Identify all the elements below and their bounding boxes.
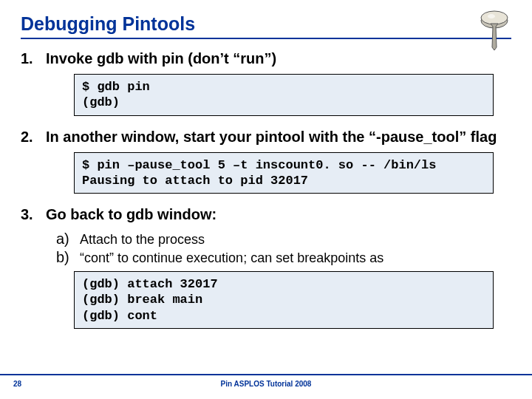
svg-point-2 <box>488 14 495 18</box>
step-text: In another window, start your pintool wi… <box>46 128 511 146</box>
step-2: 2. In another window, start your pintool… <box>21 128 511 194</box>
slide-footer: 28 Pin ASPLOS Tutorial 2008 <box>0 374 532 395</box>
step-text: Go back to gdb window: <box>46 205 511 224</box>
substep-text: “cont” to continue execution; can set br… <box>80 248 511 267</box>
step-number: 1. <box>21 50 46 68</box>
step-number: 3. <box>21 205 46 224</box>
code-block: (gdb) attach 32017 (gdb) break main (gdb… <box>74 271 494 329</box>
code-block: $ pin –pause_tool 5 –t inscount0. so -- … <box>74 152 494 194</box>
substep-letter: a) <box>56 230 80 248</box>
substeps-list: a) Attach to the process b) “cont” to co… <box>56 230 511 267</box>
pushpin-icon <box>474 7 514 52</box>
step-1: 1. Invoke gdb with pin (don’t “run”) $ g… <box>21 50 511 116</box>
step-number: 2. <box>21 128 46 146</box>
substep-a: a) Attach to the process <box>56 230 511 248</box>
substep-b: b) “cont” to continue execution; can set… <box>56 248 511 267</box>
steps-list: 1. Invoke gdb with pin (don’t “run”) $ g… <box>21 50 511 329</box>
substep-letter: b) <box>56 248 80 267</box>
step-text: Invoke gdb with pin (don’t “run”) <box>46 50 511 68</box>
code-block: $ gdb pin (gdb) <box>74 74 494 116</box>
slide: Debugging Pintools 1. Invoke gdb with pi… <box>0 0 532 399</box>
title-rule <box>21 38 511 39</box>
svg-point-1 <box>481 11 508 24</box>
slide-title: Debugging Pintools <box>21 13 511 35</box>
step-3: 3. Go back to gdb window: a) Attach to t… <box>21 205 511 329</box>
substep-text: Attach to the process <box>80 230 511 248</box>
footer-text: Pin ASPLOS Tutorial 2008 <box>0 380 532 388</box>
